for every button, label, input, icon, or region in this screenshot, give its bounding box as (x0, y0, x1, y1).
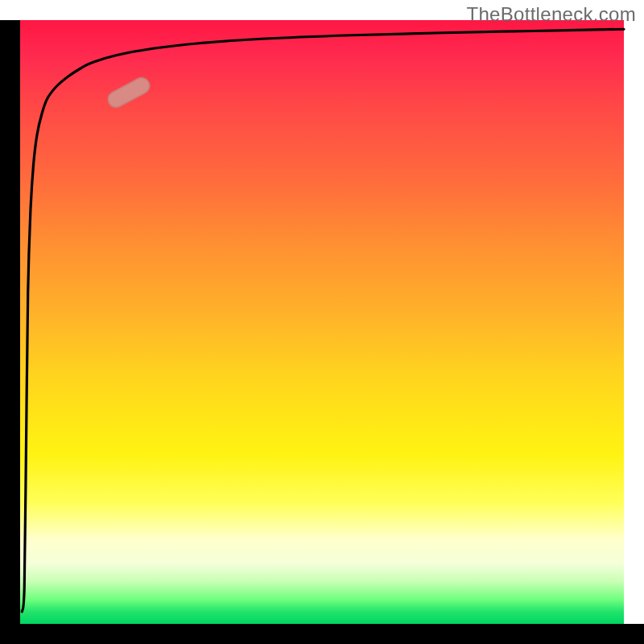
plot-area (20, 20, 624, 624)
curve-layer (20, 20, 624, 624)
stage: TheBottleneck.com (0, 0, 644, 644)
curve-marker (105, 75, 153, 110)
y-axis (0, 20, 20, 624)
x-axis (0, 624, 644, 644)
bottleneck-curve (22, 29, 624, 612)
svg-rect-0 (105, 75, 153, 110)
watermark-text: TheBottleneck.com (466, 3, 636, 26)
